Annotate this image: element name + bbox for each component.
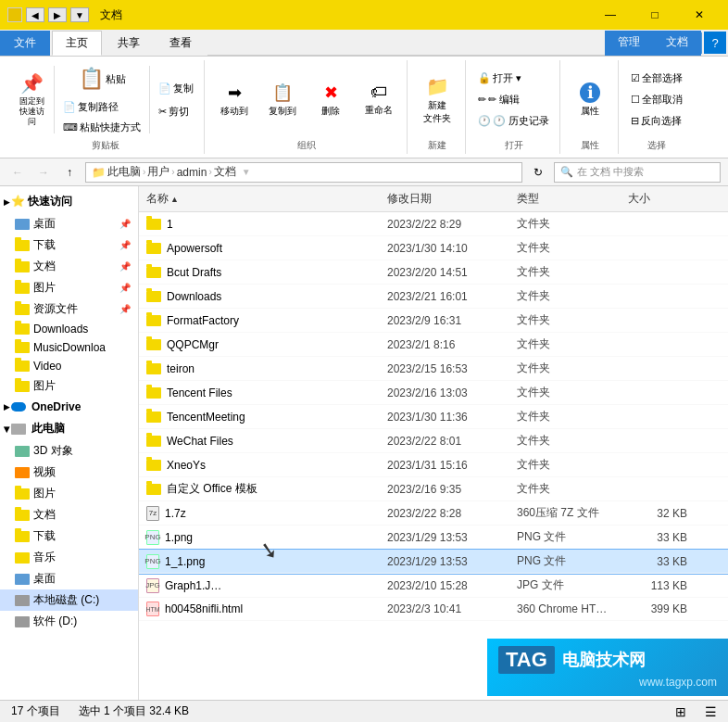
address-path-box[interactable]: 📁 此电脑 › 用户 › admin › 文档 ▼: [85, 162, 522, 183]
sidebar-item-musicdownload[interactable]: MusicDownloa: [0, 338, 138, 357]
watermark: TAG 电脑技术网 www.tagxp.com: [487, 639, 728, 696]
nav-back-button[interactable]: ←: [7, 162, 28, 183]
header-type[interactable]: 类型: [509, 189, 621, 209]
file-size: [621, 367, 695, 371]
folder-icon: [146, 267, 161, 278]
sidebar-item-documents2[interactable]: 文档: [0, 504, 138, 526]
file-row[interactable]: 自定义 Office 模板 2023/2/16 9:35 文件夹: [139, 477, 728, 501]
file-row[interactable]: XneoYs 2023/1/31 15:16 文件夹: [139, 453, 728, 477]
nav-up-button[interactable]: ↑: [59, 162, 80, 183]
select-all-button[interactable]: ☑ 全部选择: [626, 69, 687, 88]
sidebar-item-music[interactable]: 音乐: [0, 547, 138, 568]
tab-manage[interactable]: 管理: [605, 31, 653, 56]
close-button[interactable]: ✕: [678, 0, 721, 30]
refresh-button[interactable]: ↻: [528, 162, 548, 183]
open-button[interactable]: 🔓 打开 ▾: [473, 69, 554, 88]
edit-button[interactable]: ✏ ✏ 编辑: [473, 90, 554, 109]
file-row[interactable]: TencentMeeting 2023/1/30 11:36 文件夹: [139, 405, 728, 429]
list-view-btn[interactable]: ☰: [705, 704, 717, 719]
copy-to-button[interactable]: 📋 复制到: [260, 76, 305, 124]
help-button[interactable]: ?: [704, 32, 726, 54]
sidebar-section-quick-access[interactable]: ▸ ⭐ 快速访问: [0, 190, 138, 213]
file-row[interactable]: Bcut Drafts 2023/2/20 14:51 文件夹: [139, 260, 728, 285]
rename-button[interactable]: 🏷 重命名: [357, 76, 401, 124]
invert-selection-button[interactable]: ⊟ 反向选择: [626, 111, 687, 131]
header-name[interactable]: 名称 ▲: [139, 189, 380, 209]
file-row[interactable]: teiron 2023/2/15 16:53 文件夹: [139, 357, 728, 381]
file-row[interactable]: WeChat Files 2023/2/22 8:01 文件夹: [139, 429, 728, 453]
sidebar-item-pictures3[interactable]: 图片: [0, 483, 138, 504]
sidebar-item-downloads-folder[interactable]: Downloads: [0, 320, 138, 338]
properties-button[interactable]: ℹ 属性: [568, 76, 612, 124]
select-none-button[interactable]: ☐ 全部取消: [626, 90, 687, 109]
file-name: HTM h00458nifli.html: [139, 600, 380, 618]
tab-doc[interactable]: 文档: [653, 31, 701, 56]
this-pc-icon: [11, 424, 26, 435]
file-name: JPG Graph1.J…: [139, 576, 380, 595]
path-icon: 📁: [92, 166, 106, 179]
copy-button[interactable]: 📄 复制: [154, 79, 198, 98]
file-size: [621, 463, 695, 467]
new-folder-button[interactable]: 📁 新建 文件夹: [415, 76, 459, 124]
properties-icon: ℹ: [580, 82, 600, 103]
file-row[interactable]: 1 2023/2/22 8:29 文件夹: [139, 212, 728, 236]
nav-forward-button[interactable]: →: [33, 162, 54, 183]
file-date: 2023/1/31 15:16: [380, 457, 509, 474]
sidebar-item-drive-d[interactable]: 软件 (D:): [0, 611, 138, 632]
quick-access-btn1[interactable]: ◀: [26, 7, 44, 22]
copy-path-button[interactable]: 📄 复制路径: [58, 97, 145, 117]
chevron-down-icon2: ▾: [4, 423, 9, 436]
file-row[interactable]: PNG 1.png 2023/1/29 13:53 PNG 文件 33 KB: [139, 526, 728, 550]
file-row[interactable]: PNG 1_1.png 2023/1/29 13:53 PNG 文件 33 KB: [139, 550, 728, 574]
sidebar-item-resources[interactable]: 资源文件 📌: [0, 298, 138, 320]
sidebar-item-desktop2[interactable]: 桌面: [0, 568, 138, 589]
sidebar-item-pictures2[interactable]: 图片: [0, 375, 138, 397]
search-box[interactable]: 🔍 在 文档 中搜索: [554, 162, 721, 183]
delete-button[interactable]: ✖ 删除: [308, 76, 353, 124]
file-name: FormatFactory: [139, 312, 380, 329]
file-row[interactable]: 7z 1.7z 2023/2/22 8:28 360压缩 7Z 文件 32 KB: [139, 501, 728, 526]
resources-icon: [15, 304, 30, 315]
sidebar-item-downloads2[interactable]: 下载: [0, 526, 138, 547]
file-row[interactable]: Downloads 2023/2/21 16:01 文件夹: [139, 285, 728, 309]
sidebar-item-pictures[interactable]: 图片 📌: [0, 277, 138, 298]
file-row[interactable]: HTM h00458nifli.html 2023/2/3 10:41 360 …: [139, 598, 728, 621]
sidebar-item-download[interactable]: 下载 📌: [0, 234, 138, 256]
paste-button[interactable]: 📋 粘贴: [58, 62, 145, 95]
file-name: 自定义 Office 模板: [139, 479, 380, 499]
organize-label: 组织: [297, 139, 316, 152]
sidebar-item-3d[interactable]: 3D 对象: [0, 440, 138, 462]
rename-icon: 🏷: [370, 82, 387, 102]
delete-icon: ✖: [324, 82, 338, 103]
file-size: 33 KB: [621, 529, 695, 546]
tab-share[interactable]: 共享: [104, 31, 154, 56]
file-row[interactable]: JPG Graph1.J… 2023/2/10 15:28 JPG 文件 113…: [139, 574, 728, 598]
file-row[interactable]: Apowersoft 2023/1/30 14:10 文件夹: [139, 236, 728, 260]
quick-access-btn2[interactable]: ▶: [48, 7, 67, 22]
tab-home[interactable]: 主页: [52, 31, 102, 56]
file-row[interactable]: QQPCMgr 2023/2/1 8:16 文件夹: [139, 333, 728, 357]
header-date[interactable]: 修改日期: [380, 189, 509, 209]
sidebar-item-drive-c[interactable]: 本地磁盘 (C:): [0, 589, 138, 611]
sidebar-item-video[interactable]: Video: [0, 357, 138, 375]
maximize-button[interactable]: □: [634, 0, 676, 30]
history-button[interactable]: 🕐 🕐 历史记录: [473, 111, 554, 131]
tab-view[interactable]: 查看: [156, 31, 206, 56]
header-size[interactable]: 大小: [621, 189, 695, 209]
minimize-button[interactable]: —: [589, 0, 632, 30]
quick-access-icon: ▸: [4, 196, 9, 209]
sidebar-section-this-pc[interactable]: ▾ 此电脑: [0, 417, 138, 440]
sidebar-section-onedrive[interactable]: ▸ OneDrive: [0, 397, 138, 417]
tab-file[interactable]: 文件: [0, 31, 50, 56]
pin-to-quick-access-button[interactable]: 📌 固定到快速访问: [13, 76, 50, 124]
sidebar-item-desktop[interactable]: 桌面 📌: [0, 213, 138, 234]
move-to-button[interactable]: ➡ 移动到: [212, 76, 257, 124]
file-row[interactable]: FormatFactory 2023/2/9 16:31 文件夹: [139, 309, 728, 333]
file-row[interactable]: Tencent Files 2023/2/16 13:03 文件夹: [139, 381, 728, 405]
cut-button[interactable]: ✂ 剪切: [154, 102, 198, 121]
view-toggle-btn[interactable]: ⊞: [675, 704, 686, 719]
sidebar-item-video2[interactable]: 视频: [0, 462, 138, 483]
paste-shortcut-button[interactable]: ⌨ 粘贴快捷方式: [58, 118, 145, 137]
quick-access-btn3[interactable]: ▼: [70, 7, 89, 22]
sidebar-item-documents[interactable]: 文档 📌: [0, 256, 138, 277]
